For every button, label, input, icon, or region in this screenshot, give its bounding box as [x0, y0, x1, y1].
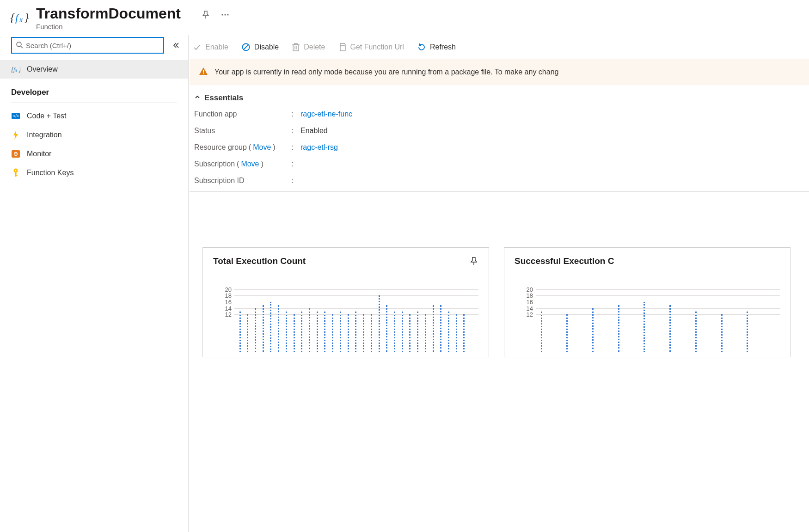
readonly-warning-banner: Your app is currently in read only mode …	[190, 59, 809, 85]
sidebar-item-integration[interactable]: Integration	[0, 125, 188, 145]
enable-button: Enable	[192, 43, 228, 52]
chart-title: Total Execution Count	[213, 256, 306, 266]
trash-icon	[292, 43, 300, 52]
code-icon: </>	[11, 113, 20, 119]
svg-text:{: {	[10, 11, 15, 24]
page-subtitle: Function	[36, 23, 181, 31]
svg-line-8	[21, 46, 23, 48]
svg-rect-21	[15, 175, 18, 176]
ess-function-app-label: Function app	[194, 110, 291, 118]
chart-card-successful-execution: Successful Execution C 1214161820	[504, 247, 791, 357]
check-icon	[192, 43, 202, 52]
search-input[interactable]	[26, 42, 159, 49]
svg-marker-14	[13, 130, 18, 140]
svg-text:fx: fx	[13, 67, 18, 73]
essentials-toggle[interactable]: Essentials	[194, 93, 804, 103]
toolbar-label: Disable	[254, 43, 279, 51]
block-icon	[241, 43, 251, 52]
essentials-label: Essentials	[204, 93, 243, 103]
chart-card-total-execution: Total Execution Count 1214161820	[202, 247, 489, 357]
sidebar-divider	[11, 103, 177, 103]
svg-rect-29	[340, 45, 345, 51]
svg-point-4	[221, 14, 223, 15]
more-button[interactable]	[221, 10, 230, 19]
lightning-icon	[11, 130, 20, 140]
svg-point-19	[15, 170, 16, 171]
svg-rect-31	[203, 70, 204, 73]
svg-rect-24	[293, 45, 299, 51]
svg-rect-28	[294, 43, 297, 45]
svg-point-6	[227, 14, 228, 15]
svg-text:</>: </>	[13, 114, 19, 118]
chevron-up-icon	[194, 93, 201, 103]
move-resource-group-link[interactable]: Move	[253, 143, 271, 152]
page-title: TransformDocument	[36, 6, 181, 22]
get-function-url-button: Get Function Url	[338, 43, 404, 52]
move-subscription-link[interactable]: Move	[241, 160, 259, 168]
ess-resource-group-link[interactable]: ragc-etl-rsg	[300, 143, 338, 152]
svg-text:f: f	[15, 12, 19, 24]
sidebar-item-label: Integration	[27, 131, 62, 139]
sidebar-item-label: Overview	[27, 65, 58, 73]
ess-status-label: Status	[194, 127, 291, 135]
chart-plot-area: 1214161820	[515, 283, 780, 352]
svg-text:}: }	[18, 66, 20, 73]
sidebar-item-monitor[interactable]: Monitor	[0, 145, 188, 163]
svg-point-5	[224, 14, 226, 15]
chart-plot-area: 1214161820	[213, 283, 478, 352]
collapse-sidebar-button[interactable]	[171, 40, 182, 51]
pin-chart-button[interactable]	[469, 257, 478, 266]
toolbar-label: Refresh	[430, 43, 456, 51]
ess-subscription-id-label: Subscription ID	[194, 177, 291, 185]
sidebar-item-function-keys[interactable]: Function Keys	[0, 163, 188, 183]
disable-button[interactable]: Disable	[241, 43, 279, 52]
banner-text: Your app is currently in read only mode …	[215, 68, 558, 76]
sidebar-item-code-test[interactable]: </> Code + Test	[0, 107, 188, 125]
toolbar-label: Enable	[205, 43, 228, 51]
svg-text:}: }	[24, 11, 29, 24]
toolbar: Enable Disable Delete	[189, 35, 809, 59]
toolbar-label: Delete	[304, 43, 325, 51]
toolbar-label: Get Function Url	[350, 43, 404, 51]
svg-rect-20	[15, 172, 17, 177]
search-input-wrapper[interactable]	[11, 37, 164, 54]
ess-resource-group-label: Resource group (Move)	[194, 143, 291, 152]
copy-icon	[338, 43, 346, 52]
ess-function-app-link[interactable]: ragc-etl-ne-func	[300, 110, 352, 118]
pin-button[interactable]	[201, 10, 210, 19]
sidebar-item-label: Function Keys	[27, 169, 74, 177]
ess-subscription-label: Subscription (Move)	[194, 160, 291, 168]
svg-rect-32	[203, 73, 204, 74]
svg-line-23	[244, 45, 248, 49]
function-small-icon: { fx }	[11, 65, 20, 73]
refresh-icon	[417, 43, 426, 52]
sidebar-section-developer: Developer	[0, 79, 188, 101]
warning-icon	[199, 67, 208, 78]
svg-point-7	[17, 42, 21, 47]
sidebar-item-label: Monitor	[27, 150, 51, 158]
monitor-icon	[11, 150, 20, 158]
chart-title: Successful Execution C	[515, 256, 614, 266]
function-icon: { f x }	[9, 7, 29, 27]
refresh-button[interactable]: Refresh	[417, 43, 456, 52]
delete-button: Delete	[292, 43, 325, 52]
search-icon	[16, 41, 23, 50]
sidebar-item-overview[interactable]: { fx } Overview	[0, 60, 188, 79]
key-icon	[11, 168, 20, 177]
sidebar-item-label: Code + Test	[27, 112, 67, 120]
ess-status-value: Enabled	[300, 127, 328, 135]
svg-text:x: x	[19, 16, 23, 24]
